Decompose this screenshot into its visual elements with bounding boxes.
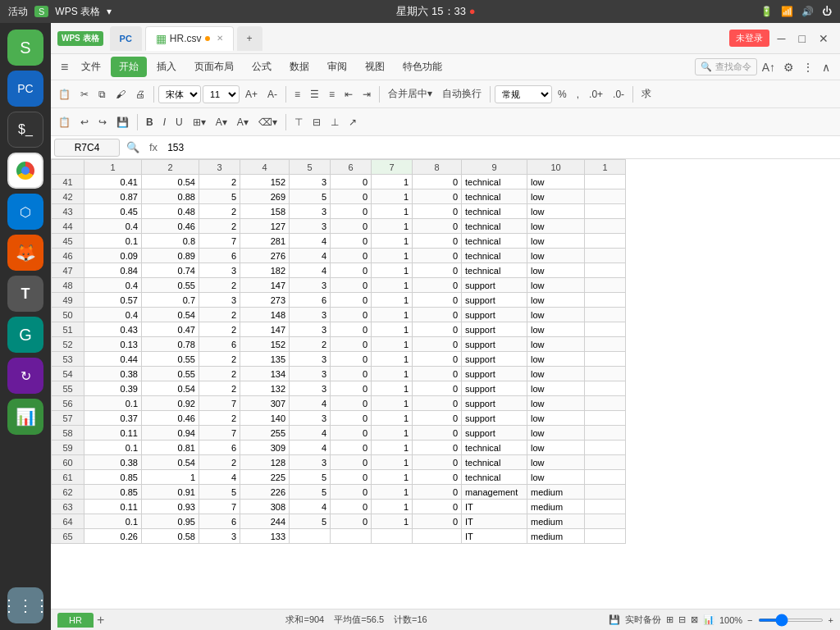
cell[interactable]: 1: [372, 396, 413, 411]
cell[interactable]: 1: [372, 278, 413, 293]
cell[interactable]: support: [462, 367, 527, 381]
cell[interactable]: [585, 411, 626, 426]
cell[interactable]: 147: [240, 322, 290, 337]
row-number[interactable]: 54: [52, 367, 84, 381]
cell[interactable]: 0: [413, 352, 462, 367]
cell[interactable]: 226: [240, 485, 290, 500]
cell[interactable]: technical: [462, 219, 527, 234]
cell[interactable]: 0.84: [84, 263, 142, 278]
cell[interactable]: 0.55: [142, 278, 199, 293]
row-number[interactable]: 51: [52, 322, 84, 337]
cell[interactable]: 0.58: [142, 529, 199, 544]
cell[interactable]: 0.09: [84, 249, 142, 263]
print-btn[interactable]: 🖨: [131, 86, 149, 103]
cell[interactable]: low: [527, 189, 585, 204]
paste-btn[interactable]: 📋: [54, 86, 75, 103]
cell[interactable]: technical: [462, 189, 527, 204]
cell[interactable]: 152: [240, 337, 290, 352]
cell[interactable]: 0: [331, 470, 372, 485]
eraser-btn[interactable]: ⌫▾: [254, 114, 281, 130]
cell[interactable]: 3: [290, 278, 331, 293]
undo-btn[interactable]: ↩: [76, 114, 93, 130]
row-number[interactable]: 55: [52, 381, 84, 396]
cell[interactable]: [290, 529, 331, 544]
bold-btn[interactable]: B: [142, 114, 158, 130]
cell[interactable]: 5: [290, 189, 331, 204]
taskbar-pycharm-icon[interactable]: PC: [7, 71, 43, 107]
cell[interactable]: [585, 189, 626, 204]
cell[interactable]: 7: [199, 500, 240, 514]
zoom-in-btn[interactable]: +: [829, 615, 833, 625]
hamburger-icon[interactable]: ≡: [57, 60, 71, 75]
format-painter-btn[interactable]: 🖌: [112, 86, 130, 103]
cell[interactable]: 2: [199, 455, 240, 470]
cell[interactable]: low: [527, 337, 585, 352]
cell[interactable]: [585, 219, 626, 234]
cell[interactable]: 0: [413, 455, 462, 470]
decimal-decrease-btn[interactable]: .0-: [609, 86, 628, 103]
cell[interactable]: 0.1: [84, 441, 142, 455]
cell[interactable]: 148: [240, 308, 290, 322]
taskbar-apps-icon[interactable]: ⋮⋮⋮: [7, 587, 43, 623]
cell[interactable]: technical: [462, 204, 527, 219]
col-header-10[interactable]: 10: [527, 160, 585, 175]
cell[interactable]: [585, 204, 626, 219]
cell[interactable]: 0: [331, 455, 372, 470]
cell[interactable]: 0: [331, 485, 372, 500]
cell[interactable]: low: [527, 352, 585, 367]
cell[interactable]: 0.55: [142, 367, 199, 381]
cell[interactable]: 1: [372, 234, 413, 249]
cell[interactable]: 0.1: [84, 234, 142, 249]
cell[interactable]: [585, 293, 626, 308]
cell[interactable]: 1: [372, 367, 413, 381]
cell[interactable]: 1: [372, 500, 413, 514]
cell[interactable]: 3: [199, 263, 240, 278]
cell[interactable]: 4: [290, 441, 331, 455]
power-icon[interactable]: ⏻: [822, 6, 832, 17]
cell[interactable]: 244: [240, 514, 290, 529]
cell[interactable]: 0.26: [84, 529, 142, 544]
cell[interactable]: 0.4: [84, 308, 142, 322]
cell[interactable]: 0.54: [142, 175, 199, 189]
cell[interactable]: 309: [240, 441, 290, 455]
cell[interactable]: low: [527, 367, 585, 381]
cell[interactable]: 0: [331, 441, 372, 455]
cell[interactable]: 1: [372, 249, 413, 263]
cell[interactable]: low: [527, 396, 585, 411]
cell[interactable]: [585, 278, 626, 293]
cell[interactable]: 0: [331, 308, 372, 322]
cell[interactable]: low: [527, 426, 585, 441]
cell[interactable]: 3: [290, 381, 331, 396]
taskbar-vscode-icon[interactable]: ⬡: [7, 194, 43, 230]
cell[interactable]: 0.13: [84, 337, 142, 352]
taskbar-firefox-icon[interactable]: 🦊: [7, 235, 43, 271]
cell[interactable]: low: [527, 308, 585, 322]
cell[interactable]: technical: [462, 175, 527, 189]
cell[interactable]: 128: [240, 455, 290, 470]
cell[interactable]: [585, 426, 626, 441]
row-number[interactable]: 58: [52, 426, 84, 441]
cell[interactable]: [585, 337, 626, 352]
cell[interactable]: 0: [413, 234, 462, 249]
sheet-grid[interactable]: 1 2 3 4 5 6 7 8 9 10 1 410.410.542152301…: [51, 159, 840, 609]
cell[interactable]: 3: [290, 352, 331, 367]
cell[interactable]: [331, 529, 372, 544]
zoom-out-btn[interactable]: −: [747, 615, 752, 625]
cell[interactable]: 0.7: [142, 293, 199, 308]
cell[interactable]: low: [527, 470, 585, 485]
cell[interactable]: low: [527, 411, 585, 426]
row-number[interactable]: 59: [52, 441, 84, 455]
thousands-btn[interactable]: ,: [573, 86, 583, 103]
right-toolbar-btn[interactable]: 求: [637, 84, 655, 103]
cell[interactable]: 0: [413, 337, 462, 352]
cell[interactable]: [585, 175, 626, 189]
cell[interactable]: 3: [290, 367, 331, 381]
cell[interactable]: support: [462, 396, 527, 411]
cell[interactable]: 1: [372, 514, 413, 529]
row-number[interactable]: 61: [52, 470, 84, 485]
cell[interactable]: support: [462, 381, 527, 396]
cell[interactable]: technical: [462, 263, 527, 278]
cell[interactable]: 1: [372, 381, 413, 396]
cell[interactable]: 147: [240, 278, 290, 293]
cell[interactable]: support: [462, 308, 527, 322]
